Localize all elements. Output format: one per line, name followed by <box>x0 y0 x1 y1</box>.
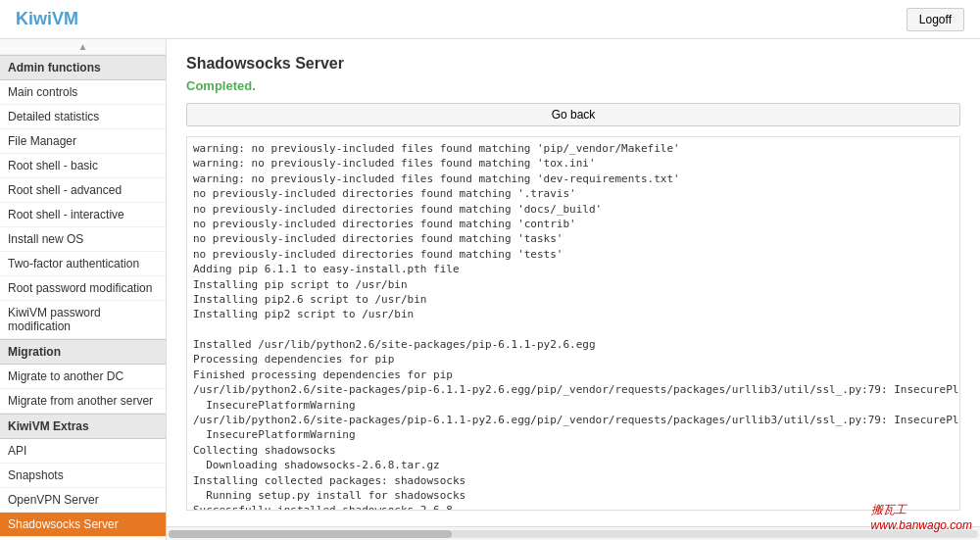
terminal-line: Processing dependencies for pip <box>193 352 954 367</box>
content-area: Shadowsocks Server Completed. Go back wa… <box>167 39 980 540</box>
horizontal-scrollbar[interactable] <box>167 526 980 540</box>
go-back-button[interactable]: Go back <box>186 103 960 126</box>
sidebar-item-shadowsocks-server[interactable]: Shadowsocks Server <box>0 513 166 537</box>
sidebar-scroll-up[interactable]: ▲ <box>0 39 166 55</box>
terminal-line: Successfully installed shadowsocks-2.6.8 <box>193 503 954 511</box>
sidebar-item-main-controls[interactable]: Main controls <box>0 80 166 105</box>
extras-items: APISnapshotsOpenVPN ServerShadowsocks Se… <box>0 439 166 537</box>
terminal-output: warning: no previously-included files fo… <box>186 136 960 511</box>
terminal-line: Installing pip2 script to /usr/bin <box>193 307 954 321</box>
terminal-line: Collecting shadowsocks <box>193 443 954 458</box>
terminal-line: warning: no previously-included files fo… <box>193 156 954 171</box>
terminal-line <box>193 322 954 337</box>
terminal-line: Finished processing dependencies for pip <box>193 368 954 382</box>
sidebar: ▲ Admin functions Main controlsDetailed … <box>0 39 167 540</box>
scrollbar-thumb[interactable] <box>169 530 452 538</box>
sidebar-item-install-new-os[interactable]: Install new OS <box>0 227 166 252</box>
terminal-line: /usr/lib/python2.6/site-packages/pip-6.1… <box>193 382 954 397</box>
terminal-line: InsecurePlatformWarning <box>193 398 954 413</box>
sidebar-item-file-manager[interactable]: File Manager <box>0 129 166 154</box>
sidebar-items: Main controlsDetailed statisticsFile Man… <box>0 80 166 339</box>
admin-section-title: Admin functions <box>0 55 166 80</box>
sidebar-item-root-shell-advanced[interactable]: Root shell - advanced <box>0 178 166 203</box>
sidebar-item-root-shell-interactive[interactable]: Root shell - interactive <box>0 203 166 227</box>
scrollbar-track <box>169 530 978 538</box>
sidebar-item-two-factor-auth[interactable]: Two-factor authentication <box>0 252 166 276</box>
sidebar-item-snapshots[interactable]: Snapshots <box>0 464 166 488</box>
sidebar-item-kiwi-vm-password-modification[interactable]: KiwiVM password modification <box>0 301 166 339</box>
sidebar-item-detailed-statistics[interactable]: Detailed statistics <box>0 105 166 129</box>
terminal-line: Running setup.py install for shadowsocks <box>193 488 954 503</box>
terminal-line: Adding pip 6.1.1 to easy-install.pth fil… <box>193 262 954 276</box>
terminal-line: Installing pip2.6 script to /usr/bin <box>193 292 954 307</box>
terminal-line: no previously-included directories found… <box>193 247 954 262</box>
terminal-line: no previously-included directories found… <box>193 186 954 201</box>
terminal-line: Downloading shadowsocks-2.6.8.tar.gz <box>193 458 954 472</box>
sidebar-item-api[interactable]: API <box>0 439 166 464</box>
main-layout: ▲ Admin functions Main controlsDetailed … <box>0 39 980 540</box>
page-title: Shadowsocks Server <box>186 55 960 73</box>
sidebar-item-migrate-to-dc[interactable]: Migrate to another DC <box>0 365 166 389</box>
terminal-line: no previously-included directories found… <box>193 202 954 217</box>
logo: KiwiVM <box>16 9 78 29</box>
terminal-line: warning: no previously-included files fo… <box>193 141 954 156</box>
header: KiwiVM Logoff <box>0 0 980 39</box>
terminal-line: no previously-included directories found… <box>193 231 954 246</box>
terminal-line: no previously-included directories found… <box>193 217 954 231</box>
extras-section-title: KiwiVM Extras <box>0 414 166 439</box>
terminal-line: Installing collected packages: shadowsoc… <box>193 473 954 488</box>
terminal-line: warning: no previously-included files fo… <box>193 172 954 186</box>
terminal-line: /usr/lib/python2.6/site-packages/pip-6.1… <box>193 413 954 427</box>
status-badge: Completed. <box>186 78 960 93</box>
terminal-line: Installing pip script to /usr/bin <box>193 277 954 292</box>
logoff-button[interactable]: Logoff <box>906 8 964 31</box>
content-wrapper: Shadowsocks Server Completed. Go back wa… <box>167 39 980 540</box>
sidebar-item-migrate-from-server[interactable]: Migrate from another server <box>0 389 166 414</box>
sidebar-item-root-password-modification[interactable]: Root password modification <box>0 276 166 301</box>
sidebar-item-root-shell-basic[interactable]: Root shell - basic <box>0 154 166 178</box>
terminal-line: Installed /usr/lib/python2.6/site-packag… <box>193 337 954 352</box>
migration-items: Migrate to another DCMigrate from anothe… <box>0 365 166 414</box>
terminal-line: InsecurePlatformWarning <box>193 427 954 442</box>
sidebar-item-openvpn-server[interactable]: OpenVPN Server <box>0 488 166 513</box>
migration-section-title: Migration <box>0 339 166 365</box>
content-inner: Shadowsocks Server Completed. Go back wa… <box>167 39 980 526</box>
